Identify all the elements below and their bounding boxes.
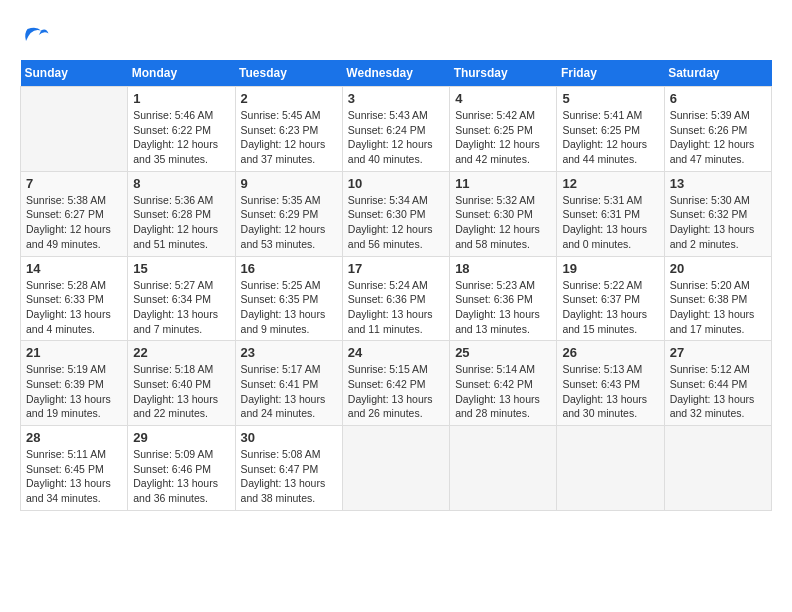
day-number: 7 [26, 176, 122, 191]
calendar-week-row: 21 Sunrise: 5:19 AM Sunset: 6:39 PM Dayl… [21, 341, 772, 426]
sunrise-label: Sunrise: 5:27 AM [133, 279, 213, 291]
daylight-label: Daylight: 13 hours and 11 minutes. [348, 308, 433, 335]
day-number: 25 [455, 345, 551, 360]
sunrise-label: Sunrise: 5:24 AM [348, 279, 428, 291]
calendar-day-cell [342, 426, 449, 511]
day-number: 26 [562, 345, 658, 360]
calendar-day-cell: 4 Sunrise: 5:42 AM Sunset: 6:25 PM Dayli… [450, 87, 557, 172]
day-number: 15 [133, 261, 229, 276]
sunset-label: Sunset: 6:43 PM [562, 378, 640, 390]
sunset-label: Sunset: 6:40 PM [133, 378, 211, 390]
day-info: Sunrise: 5:15 AM Sunset: 6:42 PM Dayligh… [348, 362, 444, 421]
calendar-day-cell: 7 Sunrise: 5:38 AM Sunset: 6:27 PM Dayli… [21, 171, 128, 256]
daylight-label: Daylight: 13 hours and 32 minutes. [670, 393, 755, 420]
weekday-header: Monday [128, 60, 235, 87]
daylight-label: Daylight: 13 hours and 38 minutes. [241, 477, 326, 504]
sunrise-label: Sunrise: 5:19 AM [26, 363, 106, 375]
sunset-label: Sunset: 6:25 PM [455, 124, 533, 136]
sunset-label: Sunset: 6:36 PM [348, 293, 426, 305]
calendar-day-cell: 15 Sunrise: 5:27 AM Sunset: 6:34 PM Dayl… [128, 256, 235, 341]
sunset-label: Sunset: 6:45 PM [26, 463, 104, 475]
sunset-label: Sunset: 6:32 PM [670, 208, 748, 220]
day-info: Sunrise: 5:41 AM Sunset: 6:25 PM Dayligh… [562, 108, 658, 167]
sunrise-label: Sunrise: 5:17 AM [241, 363, 321, 375]
sunrise-label: Sunrise: 5:09 AM [133, 448, 213, 460]
weekday-header: Sunday [21, 60, 128, 87]
day-info: Sunrise: 5:36 AM Sunset: 6:28 PM Dayligh… [133, 193, 229, 252]
day-number: 18 [455, 261, 551, 276]
day-info: Sunrise: 5:20 AM Sunset: 6:38 PM Dayligh… [670, 278, 766, 337]
sunrise-label: Sunrise: 5:12 AM [670, 363, 750, 375]
day-info: Sunrise: 5:13 AM Sunset: 6:43 PM Dayligh… [562, 362, 658, 421]
sunset-label: Sunset: 6:41 PM [241, 378, 319, 390]
day-info: Sunrise: 5:34 AM Sunset: 6:30 PM Dayligh… [348, 193, 444, 252]
day-info: Sunrise: 5:19 AM Sunset: 6:39 PM Dayligh… [26, 362, 122, 421]
day-number: 13 [670, 176, 766, 191]
day-number: 6 [670, 91, 766, 106]
daylight-label: Daylight: 13 hours and 4 minutes. [26, 308, 111, 335]
day-number: 9 [241, 176, 337, 191]
sunrise-label: Sunrise: 5:45 AM [241, 109, 321, 121]
sunset-label: Sunset: 6:29 PM [241, 208, 319, 220]
daylight-label: Daylight: 12 hours and 40 minutes. [348, 138, 433, 165]
weekday-header: Friday [557, 60, 664, 87]
calendar-day-cell: 16 Sunrise: 5:25 AM Sunset: 6:35 PM Dayl… [235, 256, 342, 341]
day-number: 27 [670, 345, 766, 360]
day-info: Sunrise: 5:32 AM Sunset: 6:30 PM Dayligh… [455, 193, 551, 252]
sunrise-label: Sunrise: 5:43 AM [348, 109, 428, 121]
daylight-label: Daylight: 12 hours and 44 minutes. [562, 138, 647, 165]
sunrise-label: Sunrise: 5:15 AM [348, 363, 428, 375]
day-number: 10 [348, 176, 444, 191]
day-number: 30 [241, 430, 337, 445]
day-info: Sunrise: 5:45 AM Sunset: 6:23 PM Dayligh… [241, 108, 337, 167]
day-number: 28 [26, 430, 122, 445]
sunset-label: Sunset: 6:46 PM [133, 463, 211, 475]
calendar-day-cell: 23 Sunrise: 5:17 AM Sunset: 6:41 PM Dayl… [235, 341, 342, 426]
sunset-label: Sunset: 6:47 PM [241, 463, 319, 475]
sunset-label: Sunset: 6:37 PM [562, 293, 640, 305]
sunset-label: Sunset: 6:33 PM [26, 293, 104, 305]
calendar-day-cell: 1 Sunrise: 5:46 AM Sunset: 6:22 PM Dayli… [128, 87, 235, 172]
calendar-day-cell: 10 Sunrise: 5:34 AM Sunset: 6:30 PM Dayl… [342, 171, 449, 256]
daylight-label: Daylight: 13 hours and 19 minutes. [26, 393, 111, 420]
day-number: 22 [133, 345, 229, 360]
calendar-day-cell: 21 Sunrise: 5:19 AM Sunset: 6:39 PM Dayl… [21, 341, 128, 426]
weekday-header: Thursday [450, 60, 557, 87]
daylight-label: Daylight: 12 hours and 49 minutes. [26, 223, 111, 250]
sunset-label: Sunset: 6:25 PM [562, 124, 640, 136]
sunset-label: Sunset: 6:38 PM [670, 293, 748, 305]
page-header [20, 20, 772, 50]
calendar-week-row: 7 Sunrise: 5:38 AM Sunset: 6:27 PM Dayli… [21, 171, 772, 256]
sunrise-label: Sunrise: 5:46 AM [133, 109, 213, 121]
calendar-day-cell: 2 Sunrise: 5:45 AM Sunset: 6:23 PM Dayli… [235, 87, 342, 172]
daylight-label: Daylight: 12 hours and 37 minutes. [241, 138, 326, 165]
sunset-label: Sunset: 6:23 PM [241, 124, 319, 136]
day-number: 3 [348, 91, 444, 106]
weekday-header-row: SundayMondayTuesdayWednesdayThursdayFrid… [21, 60, 772, 87]
weekday-header: Saturday [664, 60, 771, 87]
sunrise-label: Sunrise: 5:23 AM [455, 279, 535, 291]
calendar-table: SundayMondayTuesdayWednesdayThursdayFrid… [20, 60, 772, 511]
day-number: 16 [241, 261, 337, 276]
sunset-label: Sunset: 6:26 PM [670, 124, 748, 136]
day-info: Sunrise: 5:09 AM Sunset: 6:46 PM Dayligh… [133, 447, 229, 506]
calendar-day-cell: 13 Sunrise: 5:30 AM Sunset: 6:32 PM Dayl… [664, 171, 771, 256]
sunrise-label: Sunrise: 5:39 AM [670, 109, 750, 121]
day-info: Sunrise: 5:18 AM Sunset: 6:40 PM Dayligh… [133, 362, 229, 421]
day-info: Sunrise: 5:24 AM Sunset: 6:36 PM Dayligh… [348, 278, 444, 337]
calendar-day-cell: 28 Sunrise: 5:11 AM Sunset: 6:45 PM Dayl… [21, 426, 128, 511]
sunset-label: Sunset: 6:30 PM [348, 208, 426, 220]
calendar-day-cell: 5 Sunrise: 5:41 AM Sunset: 6:25 PM Dayli… [557, 87, 664, 172]
sunrise-label: Sunrise: 5:42 AM [455, 109, 535, 121]
day-number: 2 [241, 91, 337, 106]
logo [20, 20, 54, 50]
calendar-day-cell: 24 Sunrise: 5:15 AM Sunset: 6:42 PM Dayl… [342, 341, 449, 426]
day-number: 12 [562, 176, 658, 191]
daylight-label: Daylight: 12 hours and 47 minutes. [670, 138, 755, 165]
day-info: Sunrise: 5:46 AM Sunset: 6:22 PM Dayligh… [133, 108, 229, 167]
calendar-day-cell: 18 Sunrise: 5:23 AM Sunset: 6:36 PM Dayl… [450, 256, 557, 341]
daylight-label: Daylight: 13 hours and 9 minutes. [241, 308, 326, 335]
day-info: Sunrise: 5:27 AM Sunset: 6:34 PM Dayligh… [133, 278, 229, 337]
logo-icon [20, 20, 50, 50]
day-number: 14 [26, 261, 122, 276]
